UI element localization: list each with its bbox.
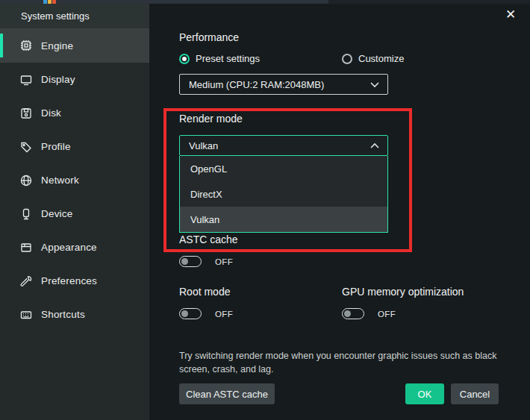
- floppy-icon: [19, 107, 33, 120]
- root-mode-heading: Root mode: [179, 286, 230, 298]
- sidebar-item-display[interactable]: Display: [0, 63, 149, 96]
- wrench-icon: [19, 275, 33, 288]
- monitor-icon: [19, 73, 33, 87]
- customize-radio[interactable]: Customize: [342, 53, 404, 64]
- sidebar-item-label: Network: [41, 175, 79, 186]
- performance-heading: Performance: [179, 31, 239, 43]
- sidebar-item-label: Appearance: [41, 242, 97, 253]
- toggle-knob: [181, 310, 188, 317]
- astc-cache-state: OFF: [215, 257, 233, 266]
- astc-cache-toggle-row: OFF: [179, 256, 233, 267]
- settings-sidebar: System settings Engine Display: [0, 4, 149, 420]
- clean-astc-cache-button[interactable]: Clean ASTC cache: [179, 383, 275, 404]
- sidebar-header: System settings: [0, 4, 149, 28]
- device-icon: [19, 207, 33, 221]
- astc-cache-heading: ASTC cache: [179, 233, 238, 245]
- window-icon: [19, 241, 33, 254]
- sidebar-item-disk[interactable]: Disk: [0, 96, 149, 130]
- chip-icon: [19, 39, 33, 52]
- root-mode-toggle[interactable]: [179, 308, 202, 319]
- preset-dropdown-value: Medium (CPU:2 RAM:2048MB): [189, 79, 370, 90]
- render-mode-tip-text: Try switching render mode when you encou…: [179, 349, 508, 376]
- render-mode-value: Vulkan: [189, 140, 370, 151]
- sidebar-item-label: Shortcuts: [41, 309, 85, 320]
- gpu-memory-state: OFF: [378, 310, 396, 319]
- sidebar-item-label: Preferences: [41, 275, 97, 286]
- toggle-knob: [344, 310, 351, 317]
- render-mode-heading: Render mode: [179, 113, 243, 125]
- radio-unselected-icon: [342, 54, 352, 64]
- sidebar-item-label: Device: [41, 208, 72, 219]
- sidebar-item-engine[interactable]: Engine: [0, 28, 149, 63]
- preset-settings-radio[interactable]: Preset settings: [179, 53, 260, 64]
- preset-dropdown[interactable]: Medium (CPU:2 RAM:2048MB): [179, 74, 388, 95]
- render-mode-dropdown[interactable]: Vulkan: [179, 135, 388, 156]
- sidebar-nav: Engine Display Disk: [0, 28, 149, 331]
- close-icon[interactable]: ✕: [502, 5, 520, 23]
- astc-cache-toggle[interactable]: [179, 256, 202, 267]
- sidebar-item-label: Disk: [41, 107, 61, 119]
- dialog-title: System settings: [21, 10, 90, 22]
- radio-label: Customize: [358, 53, 404, 64]
- render-option-vulkan[interactable]: Vulkan: [180, 207, 387, 232]
- sidebar-item-shortcuts[interactable]: Shortcuts: [0, 298, 149, 331]
- root-mode-toggle-row: OFF: [179, 308, 233, 319]
- gpu-memory-toggle[interactable]: [342, 308, 364, 319]
- tag-icon: [19, 140, 33, 154]
- sidebar-item-preferences[interactable]: Preferences: [0, 264, 149, 298]
- globe-icon: [19, 174, 33, 187]
- sidebar-item-profile[interactable]: Profile: [0, 130, 149, 163]
- sidebar-item-label: Profile: [41, 141, 71, 152]
- sidebar-item-label: Display: [41, 74, 75, 85]
- radio-label: Preset settings: [196, 53, 260, 64]
- settings-main-panel: ✕ Performance Preset settings Customize …: [149, 4, 530, 420]
- gpu-memory-heading: GPU memory optimization: [342, 286, 464, 298]
- chevron-up-icon: [370, 139, 380, 152]
- cancel-button[interactable]: Cancel: [451, 383, 499, 404]
- render-mode-options-list: OpenGL DirectX Vulkan: [179, 156, 388, 233]
- root-mode-state: OFF: [215, 310, 233, 319]
- sidebar-item-label: Engine: [41, 40, 73, 51]
- render-option-opengl[interactable]: OpenGL: [180, 156, 387, 181]
- sidebar-item-appearance[interactable]: Appearance: [0, 231, 149, 264]
- radio-selected-icon: [179, 54, 190, 64]
- sidebar-item-device[interactable]: Device: [0, 197, 149, 231]
- ok-button[interactable]: OK: [405, 383, 444, 404]
- toggle-knob: [181, 258, 188, 265]
- keyboard-icon: [19, 308, 33, 322]
- sidebar-item-network[interactable]: Network: [0, 163, 149, 197]
- render-option-directx[interactable]: DirectX: [180, 181, 387, 207]
- gpu-memory-toggle-row: OFF: [342, 308, 396, 319]
- chevron-down-icon: [370, 78, 380, 91]
